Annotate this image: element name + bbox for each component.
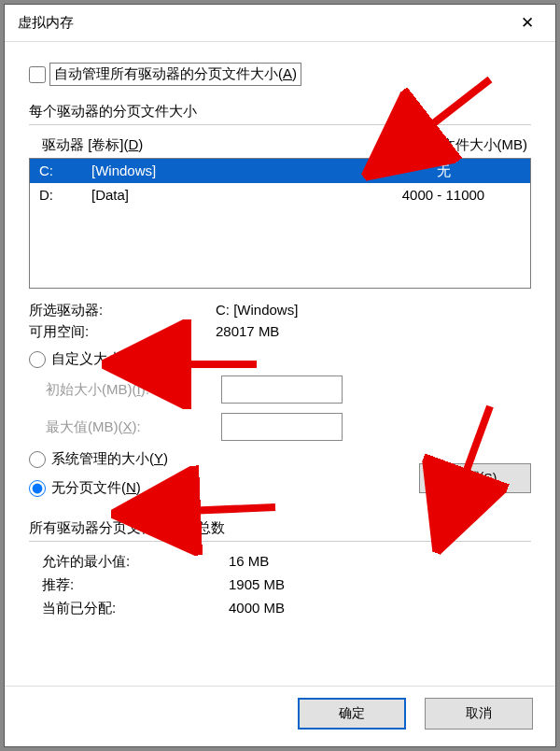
virtual-memory-dialog: 虚拟内存 ✕ 自动管理所有驱动器的分页文件大小(A) 每个驱动器的分页文件大小 … bbox=[4, 4, 556, 747]
init-size-label: 初始大小(MB)(I): bbox=[46, 381, 221, 399]
drive-row[interactable]: D: [Data] 4000 - 11000 bbox=[30, 183, 530, 207]
size-inputs: 初始大小(MB)(I): 最大值(MB)(X): bbox=[46, 376, 531, 441]
drive-letter: D: bbox=[39, 185, 91, 205]
max-size-label: 最大值(MB)(X): bbox=[46, 418, 221, 436]
selected-drive-row: 所选驱动器: C: [Windows] bbox=[29, 302, 531, 319]
totals-caption: 所有驱动器分页文件大小的总数 bbox=[29, 519, 531, 537]
selected-drive-label: 所选驱动器: bbox=[29, 302, 216, 319]
titlebar: 虚拟内存 ✕ bbox=[5, 5, 555, 42]
drive-label: [Windows] bbox=[91, 161, 364, 181]
totals-min-row: 允许的最小值: 16 MB bbox=[42, 553, 531, 571]
auto-manage-label: 自动管理所有驱动器的分页文件大小(A) bbox=[49, 63, 301, 86]
custom-size-radio-row[interactable]: 自定义大小(C): bbox=[29, 350, 531, 368]
window-title: 虚拟内存 bbox=[18, 14, 74, 32]
free-space-row: 可用空间: 28017 MB bbox=[29, 323, 531, 341]
totals-rec-label: 推荐: bbox=[42, 576, 229, 594]
content-area: 自动管理所有驱动器的分页文件大小(A) 每个驱动器的分页文件大小 驱动器 [卷标… bbox=[5, 42, 555, 686]
totals-cur-label: 当前已分配: bbox=[42, 600, 229, 617]
header-drive-col: 驱动器 [卷标](D) bbox=[42, 136, 143, 154]
max-size-row: 最大值(MB)(X): bbox=[46, 413, 531, 441]
totals-rec-value: 1905 MB bbox=[229, 576, 285, 594]
no-paging-radio[interactable] bbox=[29, 480, 46, 497]
close-icon: ✕ bbox=[521, 13, 534, 33]
header-size-col: 分页文件大小(MB) bbox=[413, 136, 528, 154]
custom-size-radio[interactable] bbox=[29, 351, 46, 368]
footer: 确定 取消 bbox=[5, 686, 555, 746]
totals-rec-row: 推荐: 1905 MB bbox=[42, 576, 531, 594]
drive-listbox[interactable]: C: [Windows] 无 D: [Data] 4000 - 11000 bbox=[29, 158, 531, 289]
auto-manage-row: 自动管理所有驱动器的分页文件大小(A) bbox=[29, 63, 531, 86]
drive-size: 4000 - 11000 bbox=[364, 185, 523, 205]
free-space-label: 可用空间: bbox=[29, 323, 216, 341]
totals-cur-row: 当前已分配: 4000 MB bbox=[42, 600, 531, 617]
system-managed-label: 系统管理的大小(Y) bbox=[51, 450, 168, 468]
close-button[interactable]: ✕ bbox=[507, 8, 548, 38]
drive-list-header: 驱动器 [卷标](D) 分页文件大小(MB) bbox=[29, 136, 531, 158]
auto-manage-checkbox[interactable] bbox=[29, 66, 46, 83]
system-managed-radio[interactable] bbox=[29, 451, 46, 468]
totals-cur-value: 4000 MB bbox=[229, 600, 285, 617]
totals-min-label: 允许的最小值: bbox=[42, 553, 229, 571]
selected-drive-value: C: [Windows] bbox=[216, 302, 298, 319]
drive-label: [Data] bbox=[91, 185, 364, 205]
free-space-value: 28017 MB bbox=[216, 323, 279, 341]
drive-row[interactable]: C: [Windows] 无 bbox=[30, 159, 530, 183]
custom-size-label: 自定义大小(C): bbox=[51, 350, 145, 368]
divider bbox=[29, 124, 531, 125]
cancel-button[interactable]: 取消 bbox=[425, 698, 533, 730]
ok-button[interactable]: 确定 bbox=[298, 698, 406, 730]
divider bbox=[29, 541, 531, 542]
init-size-input[interactable] bbox=[221, 376, 343, 404]
drive-size: 无 bbox=[364, 161, 523, 181]
no-paging-label: 无分页文件(N) bbox=[51, 479, 141, 497]
drive-letter: C: bbox=[39, 161, 91, 181]
set-button[interactable]: 设置(S) bbox=[419, 463, 531, 493]
init-size-row: 初始大小(MB)(I): bbox=[46, 376, 531, 404]
drives-caption: 每个驱动器的分页文件大小 bbox=[29, 103, 531, 120]
totals-min-value: 16 MB bbox=[229, 553, 269, 571]
max-size-input[interactable] bbox=[221, 413, 343, 441]
